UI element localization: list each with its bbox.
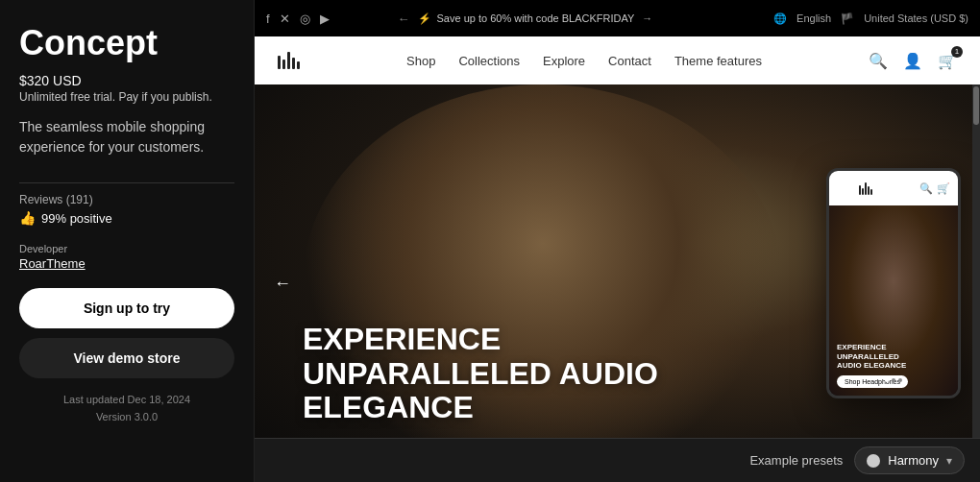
- cart-icon[interactable]: 🛒 1: [938, 52, 957, 70]
- promo-bar: ⚡ Save up to 60% with code BLACKFRIDAY: [418, 12, 635, 25]
- preset-name: Harmony: [888, 453, 939, 468]
- logo-bar-1: [278, 56, 281, 69]
- hero-headline: EXPERIENCE UNPARALLELED AUDIO ELEGANCE: [303, 323, 658, 424]
- cart-count: 1: [951, 46, 963, 58]
- app-title: Concept: [19, 23, 234, 63]
- hero-prev-arrow[interactable]: ←: [274, 274, 291, 294]
- promo-text: Save up to 60% with code BLACKFRIDAY: [437, 12, 635, 24]
- positive-percent: 99% positive: [41, 211, 112, 226]
- twitter-icon[interactable]: ✕: [280, 12, 290, 26]
- scrollbar[interactable]: [972, 84, 980, 438]
- mobile-dots: [885, 378, 902, 382]
- nav-explore[interactable]: Explore: [543, 54, 585, 68]
- forward-arrow[interactable]: →: [642, 12, 652, 24]
- logo-bar-2: [282, 60, 285, 69]
- preset-color-dot: [867, 454, 880, 468]
- logo-bar-5: [297, 61, 300, 69]
- instagram-icon[interactable]: ◎: [300, 12, 310, 26]
- mobile-logo: [859, 182, 872, 195]
- nav-contact[interactable]: Contact: [608, 54, 651, 68]
- logo-bar-4: [292, 58, 295, 69]
- logo-bars: [278, 52, 300, 69]
- presets-label: Example presets: [749, 453, 843, 468]
- mobile-logo-bar-1: [859, 185, 861, 195]
- mobile-search-icon[interactable]: 🔍: [919, 182, 933, 195]
- mobile-hero-text: EXPERIENCE UNPARALLELED AUDIO ELEGANCE: [837, 343, 908, 371]
- region-label[interactable]: United States (USD $): [864, 12, 968, 24]
- account-icon[interactable]: 👤: [903, 52, 922, 70]
- demo-button[interactable]: View demo store: [19, 338, 234, 378]
- nav-links: Shop Collections Explore Contact Theme f…: [406, 54, 762, 68]
- update-info: Last updated Dec 18, 2024 Version 3.0.0: [19, 392, 234, 425]
- logo-bar-3: [287, 52, 290, 69]
- facebook-icon[interactable]: f: [266, 12, 270, 26]
- nav-collections[interactable]: Collections: [458, 54, 520, 68]
- chevron-down-icon: ▾: [946, 454, 952, 468]
- description-text: The seamless mobile shopping experience …: [19, 117, 234, 157]
- mobile-logo-bar-3: [865, 182, 867, 195]
- nav-arrows: ← ⚡ Save up to 60% with code BLACKFRIDAY…: [398, 12, 653, 26]
- scrollbar-thumb[interactable]: [973, 86, 979, 125]
- back-arrow[interactable]: ←: [398, 12, 410, 26]
- mobile-topbar: 🔍 🛒: [829, 171, 958, 205]
- mobile-hero-image: EXPERIENCE UNPARALLELED AUDIO ELEGANCE S…: [829, 205, 958, 396]
- mobile-frame: 🔍 🛒 EXPERIENCE UNPARALLELED AUDIO ELEGAN…: [826, 168, 961, 398]
- youtube-icon[interactable]: ▶: [320, 12, 330, 26]
- mobile-hero-line-1: EXPERIENCE: [837, 343, 908, 352]
- preset-selector[interactable]: Harmony ▾: [854, 446, 965, 474]
- bottom-bar: Example presets Harmony ▾: [255, 438, 980, 482]
- globe-icon: 🌐: [773, 12, 787, 25]
- hero-line-2: UNPARALLELED AUDIO: [303, 357, 658, 391]
- left-panel: Concept $320 USD Unlimited free trial. P…: [0, 0, 255, 482]
- search-icon[interactable]: 🔍: [869, 52, 888, 70]
- browser-nav: Shop Collections Explore Contact Theme f…: [255, 36, 980, 84]
- trial-line: Unlimited free trial. Pay if you publish…: [19, 90, 234, 104]
- social-icons: f ✕ ◎ ▶: [266, 12, 330, 26]
- divider: [19, 182, 234, 183]
- pay-text: Pay if you publish.: [118, 90, 211, 104]
- mobile-logo-bar-5: [870, 189, 872, 195]
- trial-text: Unlimited free trial.: [19, 90, 115, 104]
- browser-topbar: f ✕ ◎ ▶ ← ⚡ Save up to 60% with code BLA…: [255, 0, 980, 36]
- hero-line-1: EXPERIENCE: [303, 323, 658, 356]
- mobile-hero-line-2: UNPARALLELED: [837, 352, 908, 362]
- nav-theme-features[interactable]: Theme features: [674, 54, 762, 68]
- version: Version 3.0.0: [19, 409, 234, 426]
- region-icon: 🏴: [841, 12, 854, 25]
- right-panel: f ✕ ◎ ▶ ← ⚡ Save up to 60% with code BLA…: [255, 0, 980, 482]
- promo-icon: ⚡: [418, 12, 431, 25]
- lang-label[interactable]: English: [796, 12, 831, 24]
- nav-actions: 🔍 👤 🛒 1: [869, 52, 957, 70]
- nav-shop[interactable]: Shop: [406, 54, 435, 68]
- developer-link[interactable]: RoarTheme: [19, 256, 234, 271]
- developer-section: Developer RoarTheme: [19, 243, 234, 271]
- reviews-positive: 👍 99% positive: [19, 210, 234, 226]
- mobile-hero-line-3: AUDIO ELEGANCE: [837, 361, 908, 371]
- reviews-label: Reviews (191): [19, 193, 234, 206]
- mobile-cart-icon[interactable]: 🛒: [937, 182, 950, 195]
- site-logo: [278, 52, 300, 69]
- signup-button[interactable]: Sign up to try: [19, 288, 234, 328]
- last-updated: Last updated Dec 18, 2024: [19, 392, 234, 409]
- mobile-logo-bar-2: [862, 188, 864, 195]
- thumbs-up-icon: 👍: [19, 210, 36, 226]
- mobile-preview: 🔍 🛒 EXPERIENCE UNPARALLELED AUDIO ELEGAN…: [817, 84, 970, 482]
- mobile-dot-3: [898, 378, 902, 382]
- mobile-dot-1: [885, 378, 889, 382]
- developer-label: Developer: [19, 243, 234, 254]
- reviews-section: Reviews (191) 👍 99% positive: [19, 193, 234, 226]
- hero-text: EXPERIENCE UNPARALLELED AUDIO ELEGANCE: [303, 323, 658, 424]
- mobile-dot-2: [892, 378, 895, 382]
- hero-section: EXPERIENCE UNPARALLELED AUDIO ELEGANCE ←: [255, 84, 980, 482]
- mobile-logo-bar-4: [868, 186, 870, 195]
- hero-line-3: ELEGANCE: [303, 391, 658, 424]
- lang-region: 🌐 English 🏴 United States (USD $): [773, 12, 968, 25]
- price-label: $320 USD: [19, 73, 234, 88]
